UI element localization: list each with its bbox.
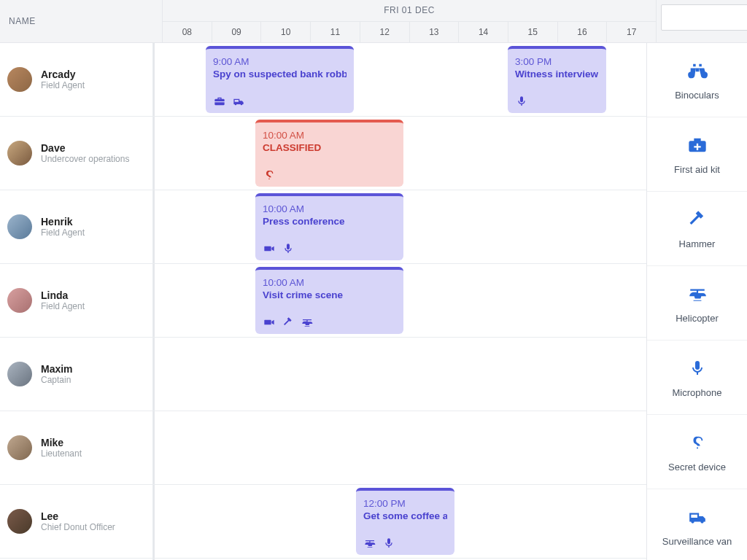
microphone-icon [282,243,295,254]
event-time: 10:00 AM [263,277,396,288]
equipment-item-van[interactable]: Surveillance van [647,489,747,560]
timeline[interactable]: 9:00 AM Spy on suspected bank robber 3:0… [153,43,646,560]
resource-title: Lieutenant [41,448,82,459]
resource-row-maxim[interactable]: Maxim Captain [0,338,152,411]
equipment-item-firstaid[interactable]: First aid kit [647,117,747,192]
resource-name: Mike [41,437,82,448]
avatar [7,288,32,313]
event-time: 9:00 AM [213,56,347,67]
hour-tick: 15 [508,22,557,43]
hour-tick: 08 [163,22,212,43]
hour-tick: 13 [409,22,459,43]
resource-name: Maxim [41,363,73,375]
column-header-name: NAME [0,0,163,42]
event-title: Press conference [263,216,396,227]
event-crime[interactable]: 10:00 AM Visit crime scene [255,267,403,334]
equipment-label: Hammer [679,238,716,249]
equipment-label: Surveillance van [662,536,732,547]
event-time: 12:00 PM [363,498,447,509]
van-icon [232,96,245,107]
event-spy[interactable]: 9:00 AM Spy on suspected bank robber [206,46,354,113]
event-title: CLASSIFIED [263,142,396,153]
microphone-icon [382,537,395,549]
firstaid-icon [686,133,709,157]
equipment-search-wrap [656,0,747,42]
event-title: Spy on suspected bank robber [213,69,347,79]
resource-row-mike[interactable]: Mike Lieutenant [0,411,152,485]
resource-title: Field Agent [41,228,85,238]
secret-icon [263,169,276,181]
equipment-label: Secret device [668,462,726,472]
hour-tick: 12 [360,22,409,43]
event-title: Witness interview [515,69,599,79]
timeline-row[interactable]: 10:00 AM Visit crime scene [153,264,646,338]
resource-name: Linda [41,289,85,301]
equipment-search-input[interactable] [661,4,747,31]
timeline-row[interactable] [153,411,646,485]
secret-icon [689,431,705,454]
resource-title: Field Agent [41,80,85,90]
resource-row-lee[interactable]: Lee Chief Donut Officer [0,485,152,559]
microphone-icon [515,96,528,107]
resource-row-linda[interactable]: Linda Field Agent [0,264,152,338]
avatar [7,214,32,239]
helicopter-icon [363,537,376,549]
equipment-label: Helicopter [676,313,719,324]
camera-icon [263,243,276,254]
van-icon [685,505,710,529]
resource-title: Chief Donut Officer [41,522,115,532]
equipment-item-secret[interactable]: Secret device [647,415,747,489]
camera-icon [263,316,276,328]
equipment-item-microphone[interactable]: Microphone [647,341,747,415]
resource-row-dave[interactable]: Dave Undercover operations [0,117,152,190]
equipment-item-binoculars[interactable]: Binoculars [647,43,747,117]
event-time: 10:00 AM [263,130,396,141]
hour-tick: 09 [212,22,261,43]
hammer-icon [282,316,295,328]
toolbox-icon [213,96,226,107]
event-title: Visit crime scene [263,289,396,300]
resource-title: Undercover operations [41,154,129,164]
event-press[interactable]: 10:00 AM Press conference [255,193,403,260]
equipment-label: Microphone [673,387,722,398]
binoculars-icon [686,59,709,82]
hour-tick: 16 [557,22,607,43]
equipment-label: First aid kit [674,164,720,175]
resource-list: Arcady Field Agent Dave Undercover opera… [0,43,153,560]
event-time: 3:00 PM [515,56,599,67]
hour-tick: 10 [260,22,310,43]
resource-name: Lee [41,510,115,522]
timeline-row[interactable]: 12:00 PM Get some coffee an [153,485,646,559]
avatar [7,67,32,92]
avatar [7,141,32,166]
microphone-icon [689,357,706,380]
hour-ticks: 08 09 10 11 12 13 14 15 16 17 [163,21,656,43]
equipment-item-helicopter[interactable]: Helicopter [647,266,747,341]
resource-name: Henrik [41,216,85,228]
resource-title: Captain [41,375,73,385]
event-time: 10:00 AM [263,203,396,214]
avatar [7,362,32,386]
equipment-palette: Binoculars First aid kit Hammer Helicopt… [646,43,747,560]
hour-tick: 17 [606,22,656,43]
equipment-item-hammer[interactable]: Hammer [647,192,747,266]
timeline-row[interactable]: 10:00 AM Press conference [153,190,646,264]
hammer-icon [687,208,708,231]
event-classified[interactable]: 10:00 AM CLASSIFIED [255,120,403,187]
timeline-row[interactable]: 9:00 AM Spy on suspected bank robber 3:0… [153,43,646,117]
date-label: FRI 01 DEC [163,0,656,21]
resource-name: Arcady [41,69,85,80]
timeline-row[interactable]: 10:00 AM CLASSIFIED [153,117,646,190]
event-title: Get some coffee an [363,510,447,521]
event-witness[interactable]: 3:00 PM Witness interview [508,46,606,113]
helicopter-icon [301,316,314,328]
time-axis-header: FRI 01 DEC 08 09 10 11 12 13 14 15 16 17 [163,0,656,42]
resource-row-arcady[interactable]: Arcady Field Agent [0,43,152,117]
avatar [7,435,32,460]
timeline-row[interactable] [153,338,646,411]
resource-row-henrik[interactable]: Henrik Field Agent [0,190,152,264]
resource-name: Dave [41,142,129,154]
resource-title: Field Agent [41,301,85,311]
event-coffee[interactable]: 12:00 PM Get some coffee an [356,488,454,555]
equipment-label: Binoculars [675,90,719,101]
